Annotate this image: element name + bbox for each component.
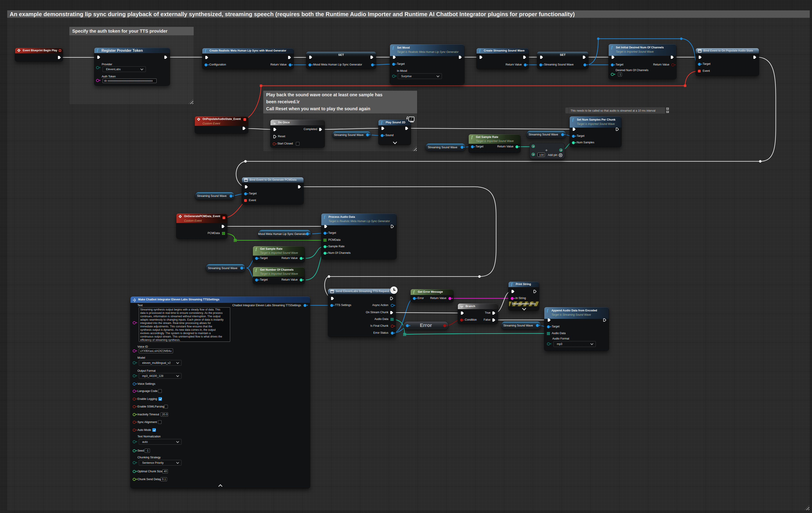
svg-text:1: 1: [273, 121, 273, 123]
